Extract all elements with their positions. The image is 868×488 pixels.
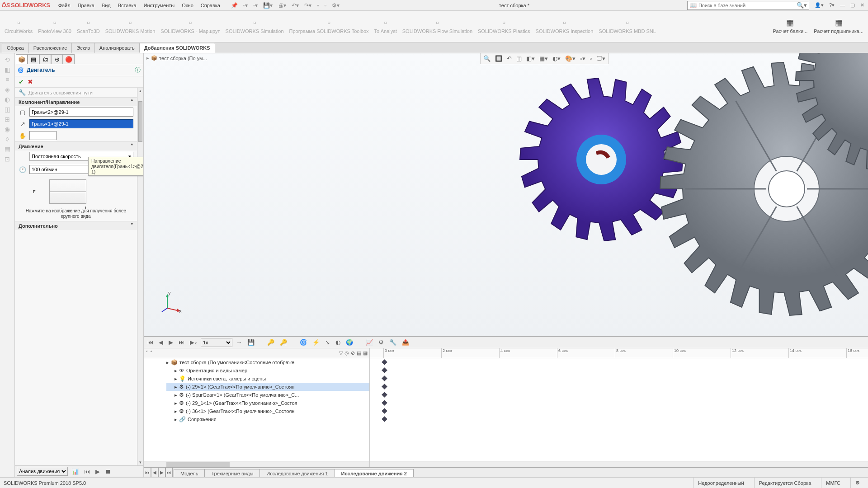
menu-item[interactable]: Правка [74,3,98,8]
ribbon-button[interactable]: ▫SOLIDWORKS Plastics [475,12,533,41]
cancel-button[interactable]: ✖ [28,78,33,85]
flyout-breadcrumb[interactable]: ▸ 📦 тест сборка (По ум... [146,55,207,61]
motor-icon[interactable]: 🌀 [298,338,309,347]
tree-row[interactable]: ▸💡Источники света, камеры и сцены [166,375,369,383]
loop-icon[interactable]: → [234,338,244,347]
settings-icon[interactable]: 🔧 [387,338,398,347]
filter5-icon[interactable]: ▦ [363,350,368,356]
tree-row[interactable]: ▸⚙(-) 29<1> (GearTrax<<По умолчанию>_Сос… [166,383,369,391]
status-extra-icon[interactable]: ⚙ [850,478,864,488]
menu-item[interactable]: Вставка [114,3,140,8]
tool-icon[interactable]: ≡ [5,76,9,83]
cm-tab[interactable]: Добавления SOLIDWORKS [139,43,215,53]
ribbon-button[interactable]: ▫Программа SOLIDWORKS Toolbox [287,12,372,41]
print-icon[interactable]: 🖨▾ [276,2,288,9]
minimize-button[interactable]: — [838,3,847,8]
search-input[interactable] [698,3,795,8]
next-sheet-icon[interactable]: ▶ [158,467,165,477]
tree-row[interactable]: ▸⚙(-) SpurGear<1> (GearTrax<<По умолчани… [166,391,369,399]
keyframe-diamond[interactable] [382,367,387,373]
menu-item[interactable]: Справка [197,3,224,8]
play-back-icon[interactable]: ◀ [157,338,165,347]
pm-scrollbar[interactable]: ▴ ▾ [137,88,143,465]
graphics-canvas[interactable]: ▸ 📦 тест сборка (По ум... 🔍 🔲 ↶ ◫ ◧▾ ▦▾ … [144,53,868,336]
help-icon[interactable]: ⓘ [135,66,141,74]
tree-row[interactable]: ▸🔗Сопряжения [166,415,369,423]
filter4-icon[interactable]: ▤ [357,350,361,356]
playback-speed-select[interactable]: 1x [201,338,232,347]
keyframe-diamond[interactable] [382,408,387,414]
maximize-button[interactable]: ▢ [849,2,857,8]
menu-item[interactable]: Инструменты [140,3,179,8]
tree-h-scrollbar[interactable] [144,461,369,467]
relative-field[interactable] [29,131,57,140]
study-tab[interactable]: Исследование движения 2 [335,469,414,477]
tool-icon[interactable]: ◊ [6,136,9,143]
tool-icon[interactable]: ◐ [5,96,10,103]
rebuild-icon[interactable]: ▫ [323,2,328,9]
menu-item[interactable]: Файл [55,3,74,8]
search-box[interactable]: 📖 🔍▾ [687,1,809,10]
scroll-down-icon[interactable]: ▾ [137,459,143,465]
new-icon[interactable]: ▫▾ [241,2,250,9]
menu-item[interactable]: Вид [98,3,114,8]
slow-icon[interactable]: ▶ₓ [188,338,199,347]
pm-section-header[interactable]: Движение ˄ [15,142,137,150]
study-tab[interactable]: Исследование движения 1 [259,469,335,477]
play-from-start-icon[interactable]: ⏮ [82,467,92,476]
pm-tab-display[interactable]: 🗂 [39,54,51,64]
tree-row[interactable]: ▸👁Ориентация и виды камер [166,366,369,375]
ribbon-button[interactable]: ▫SOLIDWORKS Simulation [223,12,287,41]
search-icon[interactable]: 🔍▾ [797,2,807,9]
menu-item[interactable]: Окно [178,3,197,8]
pm-section-header[interactable]: Дополнительно ˅ [15,221,137,230]
pm-tab-config[interactable]: ▤ [28,54,39,64]
save-icon[interactable]: 💾▾ [261,2,274,9]
study-type-select[interactable]: Анализ движения [17,467,68,476]
open-icon[interactable]: ▫▾ [251,2,259,9]
ffwd-icon[interactable]: ⏭ [177,338,186,347]
pm-tab-appear[interactable]: ⊕ [51,54,63,64]
scroll-up-icon[interactable]: ▴ [137,88,143,94]
cm-tab[interactable]: Анализировать [94,43,140,53]
filter-icon[interactable]: ▽ [339,350,343,356]
tree-row[interactable]: ▸⚙(-) 36<1> (GearTrax<<По умолчанию>_Сос… [166,407,369,415]
play-icon[interactable]: ▶ [167,338,175,347]
ribbon-button[interactable]: ▫SOLIDWORKS Motion [103,12,158,41]
pin-icon[interactable]: 📌 [229,2,240,9]
tool-icon[interactable]: ◧ [5,66,10,73]
expand-arrow-icon[interactable]: ▸ [146,55,149,61]
ribbon-button[interactable]: ▦Расчет балки... [770,12,810,41]
export-icon[interactable]: 📤 [400,338,411,347]
ribbon-button[interactable]: ▫SOLIDWORKS Flow Simulation [400,12,475,41]
spring-icon[interactable]: ⚡ [311,338,321,347]
expand-icon[interactable]: ˄ [150,350,153,356]
pm-tab-other[interactable]: 🔴 [63,54,75,64]
tree-row[interactable]: ▸📦тест сборка (По умолчанию<Состояние от… [166,358,369,366]
ribbon-button[interactable]: ▦Расчет подшипника... [811,12,866,41]
props-icon[interactable]: ⚙ [377,338,386,347]
ribbon-button[interactable]: ▫SOLIDWORKS Inspection [533,12,596,41]
tool-icon[interactable]: ◉ [5,126,10,133]
tool-icon[interactable]: ⟲ [5,56,10,63]
keyframe-diamond[interactable] [382,400,387,406]
ribbon-button[interactable]: ▫SOLIDWORKS MBD SNL [596,12,659,41]
study-tab[interactable]: Трехмерные виды [204,469,260,477]
undo-icon[interactable]: ↶▾ [290,2,301,9]
stop-icon[interactable]: ⏹ [104,467,113,476]
ribbon-button[interactable]: ▫CircuitWorks [2,12,35,41]
timeline-h-scrollbar[interactable] [370,461,868,467]
options-icon[interactable]: ⚙▾ [330,2,341,9]
contact-icon[interactable]: ◐ [334,338,342,347]
tool-icon[interactable]: ⊞ [5,116,10,123]
ribbon-button[interactable]: ▫TolAnalyst [372,12,400,41]
autokey-icon[interactable]: 🔑̱ [278,338,289,347]
close-button[interactable]: ✕ [859,2,866,8]
user-icon[interactable]: 👤▾ [813,2,826,8]
save-anim-icon[interactable]: 💾 [245,338,256,347]
direction-field[interactable] [29,119,133,128]
tool-icon[interactable]: ◫ [5,106,10,113]
tool-icon[interactable]: ⊡ [5,155,10,163]
key-icon[interactable]: 🔑 [265,338,276,347]
cm-tab[interactable]: Эскиз [71,43,94,53]
